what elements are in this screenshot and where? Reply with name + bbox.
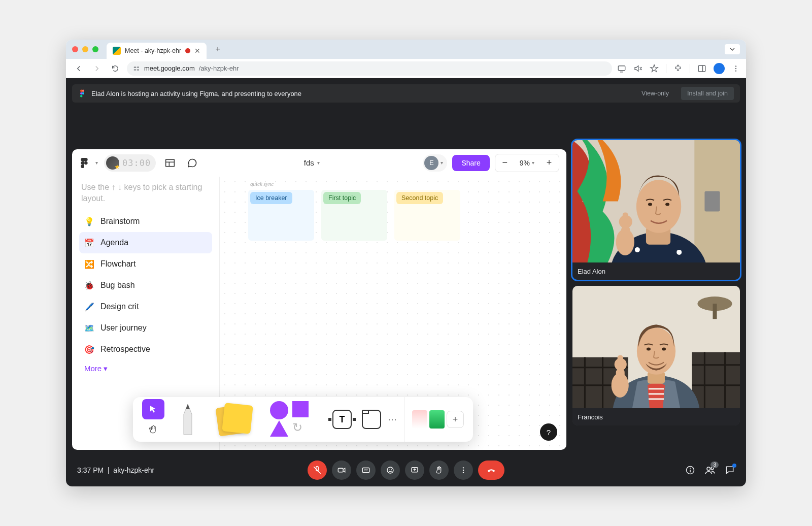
svg-point-23 bbox=[635, 247, 640, 252]
url-path: /aky-hzpk-ehr bbox=[199, 64, 239, 72]
stamp-2[interactable] bbox=[429, 410, 445, 429]
browser-tab[interactable]: Meet - aky-hzpk-ehr ✕ bbox=[107, 43, 207, 59]
bookmark-icon[interactable] bbox=[650, 64, 659, 73]
zoom-value[interactable]: 9%▾ bbox=[515, 159, 539, 167]
minimize-window[interactable] bbox=[82, 46, 88, 52]
svg-point-13 bbox=[82, 92, 84, 94]
select-tool[interactable] bbox=[142, 399, 164, 419]
svg-rect-48 bbox=[713, 304, 717, 319]
view-only-label[interactable]: View-only bbox=[641, 90, 669, 97]
template-icon: 💡 bbox=[84, 216, 94, 226]
hand-tool[interactable] bbox=[142, 419, 164, 440]
back-button[interactable] bbox=[72, 62, 85, 75]
screencast-icon[interactable] bbox=[617, 64, 626, 73]
chat-notification-dot bbox=[732, 464, 736, 468]
marker-tool[interactable] bbox=[178, 403, 198, 436]
content-stage: ▾ ★ 03:00 fds ▾ bbox=[72, 109, 740, 450]
meeting-details-button[interactable] bbox=[685, 465, 695, 475]
svg-point-67 bbox=[463, 467, 464, 468]
template-label: Agenda bbox=[100, 238, 128, 247]
browser-window: Meet - aky-hzpk-ehr ✕ + meet.google.com/… bbox=[66, 40, 746, 486]
text-tool[interactable]: T bbox=[328, 410, 356, 429]
forward-button[interactable] bbox=[90, 62, 104, 75]
reactions-button[interactable] bbox=[381, 461, 400, 480]
svg-text:CC: CC bbox=[364, 469, 368, 472]
stamps-tool: + bbox=[412, 410, 464, 429]
svg-point-64 bbox=[389, 469, 390, 470]
add-stamp-button[interactable]: + bbox=[447, 411, 464, 428]
participant-name: Francois bbox=[578, 413, 603, 421]
canvas-card[interactable]: Ice breaker bbox=[248, 190, 314, 241]
svg-rect-1 bbox=[134, 69, 137, 70]
template-item[interactable]: 🖊️Design crit bbox=[79, 296, 212, 317]
doc-title[interactable]: fds ▾ bbox=[304, 158, 320, 167]
people-button[interactable]: 3 bbox=[704, 465, 716, 476]
camera-toggle-button[interactable] bbox=[332, 461, 351, 480]
figma-logo-icon[interactable] bbox=[79, 158, 89, 168]
share-button[interactable]: Share bbox=[452, 155, 489, 171]
new-tab-button[interactable]: + bbox=[211, 42, 225, 56]
template-label: Design crit bbox=[100, 302, 139, 311]
section-tool[interactable] bbox=[362, 410, 381, 429]
mic-toggle-button[interactable] bbox=[308, 461, 327, 480]
zoom-out-button[interactable]: − bbox=[495, 157, 515, 168]
template-item[interactable]: 📅Agenda bbox=[79, 232, 212, 253]
svg-point-63 bbox=[387, 467, 393, 473]
canvas-card[interactable]: Second topic bbox=[394, 190, 460, 241]
activity-banner: Elad Alon is hosting an activity using F… bbox=[72, 84, 740, 103]
svg-rect-4 bbox=[618, 65, 625, 70]
participant-tile[interactable]: Francois bbox=[572, 286, 740, 425]
profile-button[interactable] bbox=[714, 63, 725, 74]
chat-button[interactable] bbox=[725, 465, 735, 475]
raise-hand-button[interactable] bbox=[429, 461, 449, 480]
maximize-window[interactable] bbox=[92, 46, 98, 52]
zoom-in-button[interactable]: + bbox=[539, 157, 559, 168]
chrome-menu-icon[interactable] bbox=[732, 64, 740, 73]
canvas-card[interactable]: First topic bbox=[321, 190, 387, 241]
template-item[interactable]: 🎯Retrospective bbox=[79, 339, 212, 360]
participant-tile[interactable]: Elad Alon bbox=[572, 140, 740, 280]
template-item[interactable]: 🐞Bug bash bbox=[79, 275, 212, 296]
reload-button[interactable] bbox=[109, 62, 122, 75]
recording-indicator-icon bbox=[185, 48, 190, 53]
video-feed bbox=[572, 286, 740, 408]
install-and-join-button[interactable]: Install and join bbox=[681, 87, 734, 100]
timer-avatar-icon: ★ bbox=[106, 156, 119, 170]
template-item[interactable]: 💡Brainstorm bbox=[79, 211, 212, 232]
address-bar[interactable]: meet.google.com/aky-hzpk-ehr bbox=[127, 61, 612, 76]
help-button[interactable]: ? bbox=[540, 423, 557, 441]
more-tools-button[interactable]: ⋯ bbox=[384, 414, 400, 425]
template-icon: 📅 bbox=[84, 238, 94, 248]
stamp-1[interactable] bbox=[412, 410, 427, 429]
shapes-tool[interactable]: ↻ bbox=[270, 401, 313, 438]
tab-overflow-button[interactable] bbox=[725, 44, 740, 54]
url-host: meet.google.com bbox=[144, 64, 195, 72]
site-settings-icon bbox=[133, 65, 140, 72]
extensions-icon[interactable] bbox=[673, 64, 683, 73]
sticky-note-tool[interactable] bbox=[215, 403, 254, 436]
more-options-button[interactable] bbox=[454, 461, 473, 480]
svg-point-69 bbox=[463, 472, 464, 473]
sidepanel-icon[interactable] bbox=[697, 64, 706, 73]
template-label: Flowchart bbox=[100, 259, 136, 269]
comments-button[interactable] bbox=[184, 155, 200, 171]
template-item[interactable]: 🔀Flowchart bbox=[79, 253, 212, 275]
svg-point-54 bbox=[647, 348, 651, 351]
template-label: Bug bash bbox=[100, 281, 135, 290]
figma-menu-chevron[interactable]: ▾ bbox=[95, 160, 98, 166]
layout-switcher-button[interactable] bbox=[162, 155, 178, 171]
window-controls bbox=[72, 46, 98, 52]
leave-call-button[interactable] bbox=[478, 461, 504, 480]
timer[interactable]: ★ 03:00 bbox=[104, 154, 156, 172]
mute-tab-icon[interactable] bbox=[633, 64, 642, 73]
more-templates-link[interactable]: More ▾ bbox=[79, 360, 212, 377]
captions-button[interactable]: CC bbox=[356, 461, 376, 480]
present-button[interactable] bbox=[405, 461, 424, 480]
close-tab[interactable]: ✕ bbox=[194, 47, 200, 55]
template-icon: 🎯 bbox=[84, 344, 94, 354]
template-item[interactable]: 🗺️User journey bbox=[79, 317, 212, 339]
titlebar: Meet - aky-hzpk-ehr ✕ + bbox=[66, 40, 746, 59]
close-window[interactable] bbox=[72, 46, 78, 52]
svg-rect-5 bbox=[698, 65, 705, 72]
presence-avatar[interactable]: E ▾ bbox=[423, 154, 447, 172]
